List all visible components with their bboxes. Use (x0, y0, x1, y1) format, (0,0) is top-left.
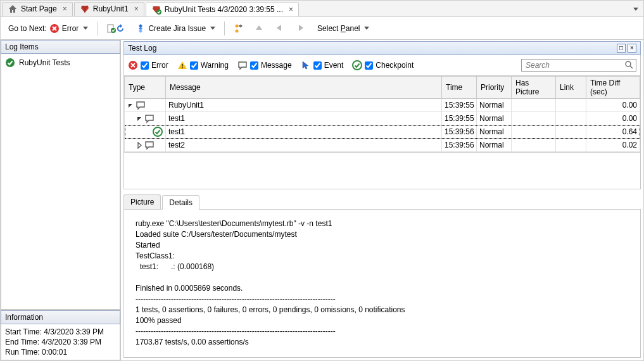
col-priority[interactable]: Priority (477, 77, 512, 99)
cell-time-diff: 0.64 (586, 125, 640, 139)
info-start-value: 4/3/2020 3:39 PM (44, 327, 104, 336)
cell-priority: Normal (477, 125, 512, 139)
nav-back-button[interactable] (272, 22, 288, 35)
go-to-next-label: Go to Next: (8, 24, 47, 33)
filter-warning-checkbox[interactable] (190, 61, 198, 70)
cell-time: 15:39:55 (442, 112, 477, 125)
table-row[interactable]: test215:39:56Normal0.02 (125, 139, 640, 152)
cell-priority: Normal (477, 99, 512, 112)
select-panel-button[interactable]: Select Panel (315, 23, 372, 34)
tree-expander[interactable] (145, 129, 151, 136)
cell-priority: Normal (477, 112, 512, 125)
chevron-down-icon (83, 27, 88, 30)
go-to-next-button[interactable]: Go to Next: Error (6, 22, 91, 35)
close-icon[interactable]: × (289, 5, 293, 14)
select-panel-label: Select Panel (317, 24, 360, 33)
cell-link (556, 139, 586, 152)
close-icon[interactable]: × (63, 4, 67, 13)
log-items-tree[interactable]: RubyUnit Tests (1, 54, 120, 310)
table-row[interactable]: test115:39:55Normal0.00 (125, 112, 640, 125)
filter-message-checkbox[interactable] (250, 61, 258, 70)
test-log-grid[interactable]: Type Message Time Priority Has Picture L… (123, 76, 641, 153)
error-icon (128, 60, 138, 70)
col-time-diff[interactable]: Time Diff (sec) (586, 77, 640, 99)
tabstrip-menu-button[interactable] (626, 4, 643, 13)
close-button[interactable]: × (628, 44, 636, 53)
filter-checkpoint[interactable]: Checkpoint (352, 60, 414, 70)
go-to-next-type: Error (62, 24, 79, 33)
tab-label: Start Page (21, 4, 57, 13)
filter-event-label: Event (324, 61, 344, 70)
information-header: Information (1, 310, 120, 324)
details-body[interactable]: ruby.exe "C:\Users\tester\Documents\myte… (123, 209, 641, 358)
information-body: Start Time: 4/3/2020 3:39 PM End Time: 4… (1, 324, 120, 360)
search-input[interactable] (524, 60, 624, 70)
cursor-icon (301, 60, 311, 70)
cell-message: test1 (166, 112, 442, 125)
tab-rubyunit1[interactable]: RubyUnit1 × (74, 2, 144, 16)
ruby-icon (80, 4, 90, 14)
test-log-title: Test Log (128, 44, 615, 53)
warning-icon (177, 60, 187, 70)
cell-time-diff: 0.02 (586, 139, 640, 152)
table-row[interactable]: test115:39:56Normal0.64 (125, 125, 640, 139)
maximize-button[interactable]: □ (617, 44, 626, 53)
col-message[interactable]: Message (166, 77, 442, 99)
refresh-log-button[interactable] (104, 22, 128, 35)
col-type[interactable]: Type (125, 77, 166, 99)
filter-event[interactable]: Event (301, 60, 344, 70)
cell-message: RubyUnit1 (166, 99, 442, 112)
refresh-icon (115, 23, 125, 34)
message-icon (237, 60, 248, 70)
tab-details[interactable]: Details (162, 195, 199, 210)
chevron-down-icon (633, 8, 638, 11)
search-box[interactable] (521, 59, 636, 72)
filter-event-checkbox[interactable] (313, 61, 322, 70)
message-icon (144, 113, 155, 124)
filter-checkpoint-checkbox[interactable] (365, 61, 373, 70)
tree-expander[interactable] (136, 142, 143, 149)
log-items-row-label: RubyUnit Tests (19, 58, 70, 67)
grid-empty-space (123, 153, 641, 189)
nav-up-button[interactable] (251, 22, 267, 35)
cell-time: 15:39:55 (442, 99, 477, 112)
col-has-picture[interactable]: Has Picture (512, 77, 556, 99)
cell-link (556, 112, 586, 125)
tab-start-page[interactable]: Start Page × (2, 2, 73, 16)
log-items-row[interactable]: RubyUnit Tests (5, 56, 116, 69)
info-start-label: Start Time: (5, 327, 42, 336)
document-tabstrip: Start Page × RubyUnit1 × RubyUnit Tests … (1, 1, 643, 17)
info-end-label: End Time: (5, 338, 39, 346)
tab-label: RubyUnit Tests 4/3/2020 3:39:55 ... (165, 5, 283, 14)
filter-bar: Error Warning Message Event Checkpoint (123, 55, 641, 76)
close-icon[interactable]: × (134, 4, 139, 13)
info-run-value: 0:00:01 (42, 348, 67, 357)
cell-has-picture (512, 125, 556, 139)
tab-rubyunit-tests[interactable]: RubyUnit Tests 4/3/2020 3:39:55 ... × (146, 3, 299, 16)
create-jira-issue-button[interactable]: Create Jira Issue (133, 22, 218, 35)
info-run-label: Run Time: (5, 348, 40, 357)
col-time[interactable]: Time (442, 77, 477, 99)
tab-picture[interactable]: Picture (123, 194, 161, 209)
filter-error-checkbox[interactable] (141, 61, 149, 70)
tree-expander[interactable] (127, 102, 134, 109)
run-arrow-icon (234, 23, 244, 34)
tab-label: RubyUnit1 (93, 4, 129, 13)
filter-warning[interactable]: Warning (177, 60, 229, 70)
nav-forward-button[interactable] (293, 22, 310, 35)
chevron-down-icon (364, 27, 369, 30)
jira-label: Create Jira Issue (148, 24, 206, 33)
left-column: Log Items RubyUnit Tests Information Sta… (1, 40, 121, 360)
run-again-button[interactable] (231, 22, 246, 35)
test-log-header: Test Log □ × (123, 41, 641, 55)
col-link[interactable]: Link (556, 77, 586, 99)
cell-link (556, 125, 586, 139)
checkpoint-icon (352, 60, 362, 70)
filter-error[interactable]: Error (128, 60, 168, 70)
table-row[interactable]: RubyUnit115:39:55Normal0.00 (125, 99, 640, 112)
cell-has-picture (512, 99, 556, 112)
check-icon (5, 58, 15, 68)
filter-message[interactable]: Message (237, 60, 292, 70)
message-icon (136, 100, 146, 110)
tree-expander[interactable] (136, 115, 143, 122)
